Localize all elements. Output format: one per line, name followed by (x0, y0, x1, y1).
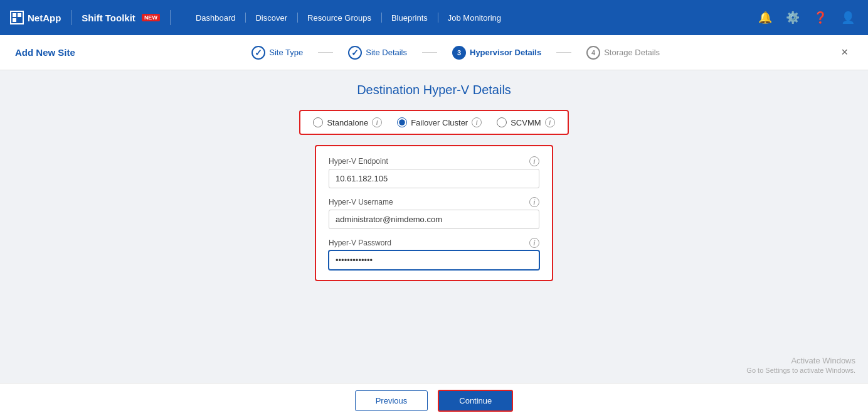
continue-button[interactable]: Continue (438, 390, 513, 412)
activate-title: Activate Windows (746, 356, 855, 365)
step-2-label: Site Details (366, 48, 407, 57)
endpoint-info-icon[interactable]: i (529, 156, 539, 166)
radio-scvmm-label: SCVMM (511, 118, 541, 127)
wizard-step-site-details[interactable]: ✓ Site Details (336, 46, 420, 60)
nav-job-monitoring[interactable]: Job Monitoring (438, 13, 511, 23)
username-info-icon[interactable]: i (529, 197, 539, 207)
password-info-icon[interactable]: i (529, 238, 539, 248)
username-input[interactable] (329, 210, 539, 229)
radio-standalone-input[interactable] (313, 117, 323, 127)
new-badge: NEW (142, 14, 160, 21)
radio-failover-cluster-input[interactable] (397, 117, 407, 127)
close-button[interactable]: × (836, 43, 853, 62)
nav-dashboard[interactable]: Dashboard (186, 13, 246, 23)
endpoint-label: Hyper-V Endpoint (329, 157, 388, 166)
nav-icon-group: 🔔 ⚙️ ❓ 👤 (755, 8, 858, 28)
bell-icon[interactable]: 🔔 (755, 8, 775, 28)
password-group: Hyper-V Password i (329, 238, 539, 270)
endpoint-input[interactable] (329, 169, 539, 188)
username-group: Hyper-V Username i (329, 197, 539, 229)
radio-scvmm-input[interactable] (497, 117, 507, 127)
step-3-label: Hypervisor Details (470, 48, 541, 57)
gear-icon[interactable]: ⚙️ (783, 8, 803, 28)
wizard-step-hypervisor[interactable]: 3 Hypervisor Details (440, 46, 554, 60)
brand-divider (71, 10, 71, 25)
user-icon[interactable]: 👤 (838, 8, 858, 28)
nav-discover[interactable]: Discover (245, 13, 297, 23)
nav-blueprints[interactable]: Blueprints (381, 13, 438, 23)
radio-scvmm[interactable]: SCVMM i (497, 117, 554, 127)
wizard-header: Add New Site ✓ Site Type ✓ Site Details … (0, 35, 868, 70)
password-input[interactable] (329, 250, 539, 270)
nav-links: Dashboard Discover Resource Groups Bluep… (186, 13, 755, 23)
step-2-circle: ✓ (348, 46, 362, 60)
radio-standalone[interactable]: Standalone i (313, 117, 382, 127)
page-title: Add New Site (15, 47, 75, 58)
top-navigation: NetApp Shift Toolkit NEW Dashboard Disco… (0, 0, 868, 35)
brand-area: NetApp Shift Toolkit NEW (10, 10, 176, 25)
username-label: Hyper-V Username (329, 198, 393, 206)
nav-resource-groups[interactable]: Resource Groups (297, 13, 381, 23)
standalone-info-icon[interactable]: i (372, 117, 382, 127)
shift-toolkit-label: Shift Toolkit (82, 13, 135, 23)
hyperv-type-radio-group: Standalone i Failover Cluster i SCVMM i (299, 110, 568, 135)
password-label-row: Hyper-V Password i (329, 238, 539, 248)
netapp-label: NetApp (28, 13, 61, 23)
wizard-step-storage[interactable]: 4 Storage Details (574, 46, 672, 60)
product-divider (170, 10, 171, 25)
step-4-label: Storage Details (604, 48, 660, 57)
password-label: Hyper-V Password (329, 238, 391, 247)
footer: Previous Continue (0, 383, 868, 418)
activate-windows-watermark: Activate Windows Go to Settings to activ… (746, 356, 855, 374)
username-label-row: Hyper-V Username i (329, 197, 539, 207)
svg-rect-2 (18, 13, 21, 17)
main-content: Destination Hyper-V Details Standalone i… (0, 70, 868, 418)
step-divider-3 (556, 52, 571, 53)
svg-rect-1 (13, 13, 16, 17)
form-title: Destination Hyper-V Details (357, 83, 511, 97)
step-3-circle: 3 (452, 46, 466, 60)
wizard-steps: ✓ Site Type ✓ Site Details 3 Hypervisor … (95, 46, 817, 60)
svg-rect-3 (13, 18, 16, 22)
step-divider-1 (318, 52, 333, 53)
endpoint-group: Hyper-V Endpoint i (329, 156, 539, 188)
help-icon[interactable]: ❓ (810, 8, 830, 28)
step-4-circle: 4 (586, 46, 600, 60)
failover-info-icon[interactable]: i (472, 117, 482, 127)
activate-subtitle: Go to Settings to activate Windows. (746, 367, 855, 374)
scvmm-info-icon[interactable]: i (545, 117, 555, 127)
netapp-logo: NetApp (10, 11, 61, 24)
radio-failover-cluster[interactable]: Failover Cluster i (397, 117, 482, 127)
step-1-label: Site Type (269, 48, 303, 57)
wizard-step-site-type[interactable]: ✓ Site Type (239, 46, 315, 60)
previous-button[interactable]: Previous (355, 390, 428, 411)
radio-failover-label: Failover Cluster (411, 118, 468, 127)
step-1-circle: ✓ (251, 46, 265, 60)
endpoint-label-row: Hyper-V Endpoint i (329, 156, 539, 166)
radio-standalone-label: Standalone (327, 118, 368, 127)
step-divider-2 (422, 52, 437, 53)
netapp-icon (10, 11, 24, 24)
hyperv-form-card: Hyper-V Endpoint i Hyper-V Username i Hy… (315, 145, 553, 281)
